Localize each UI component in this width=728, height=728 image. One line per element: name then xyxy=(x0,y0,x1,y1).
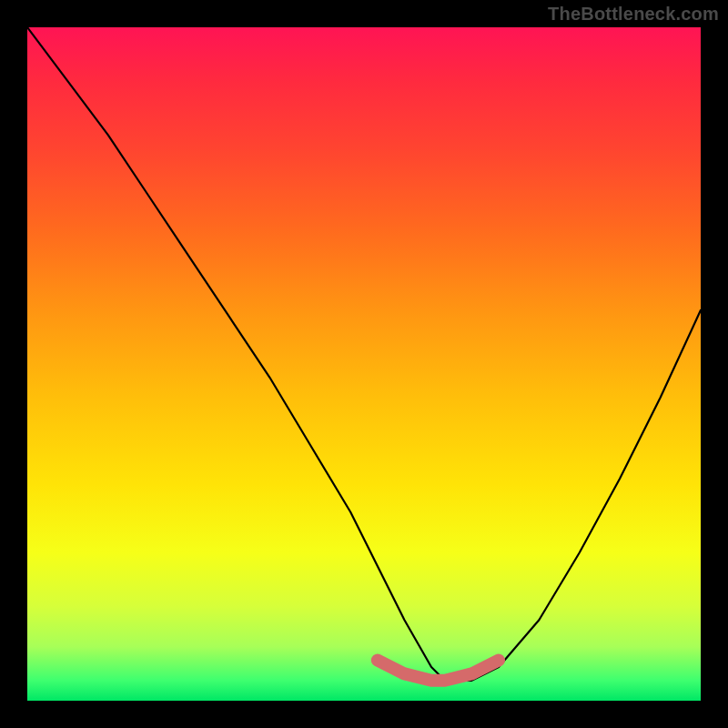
curve-layer xyxy=(27,27,701,701)
target-band xyxy=(378,661,499,681)
plot-area xyxy=(27,27,701,701)
bottleneck-curve xyxy=(27,27,701,681)
attribution-label: TheBottleneck.com xyxy=(548,4,719,25)
chart-frame: TheBottleneck.com xyxy=(0,0,728,728)
